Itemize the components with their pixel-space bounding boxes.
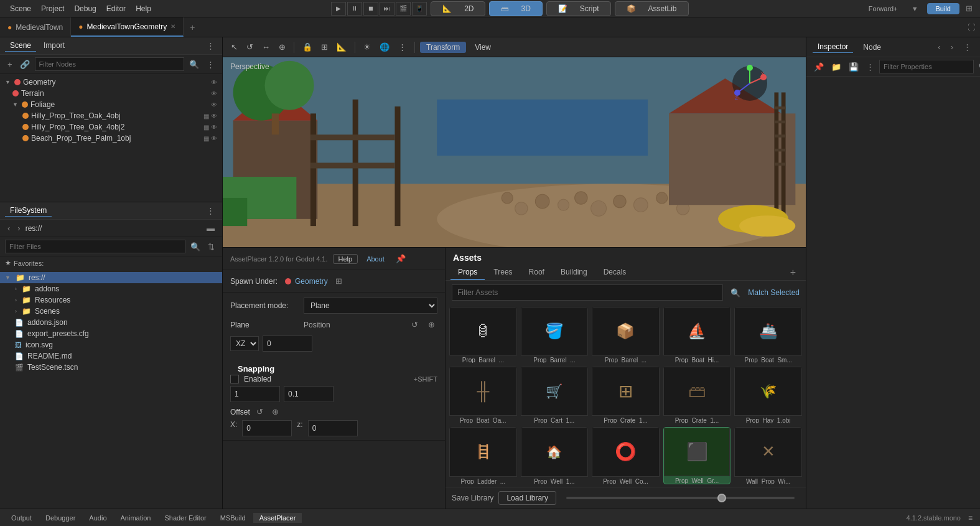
bottom-tab-msbuild[interactable]: MSBuild: [214, 513, 252, 523]
asset-item-boathi[interactable]: ⛵ Prop_Boat_Hi...: [663, 307, 731, 363]
snap-value-2[interactable]: [284, 386, 334, 402]
bottom-tab-audio[interactable]: Audio: [83, 513, 113, 523]
assets-search-icon[interactable]: 🔍: [728, 287, 743, 299]
snap-tool[interactable]: 📐: [334, 40, 350, 54]
bottom-settings-icon[interactable]: ≡: [966, 512, 975, 524]
rotate-tool[interactable]: ↺: [243, 40, 256, 54]
fs-forward-button[interactable]: ›: [15, 222, 22, 234]
scene-panel-menu[interactable]: ⋮: [204, 40, 217, 52]
fs-item-addons[interactable]: › 📁 addons: [0, 283, 222, 294]
lock-tool[interactable]: 🔒: [299, 40, 315, 54]
inspector-pin-icon[interactable]: 📌: [811, 61, 826, 73]
ap-about-button[interactable]: About: [363, 255, 388, 263]
eye-icon[interactable]: 👁: [211, 101, 217, 108]
plane-axis-select[interactable]: XZ: [230, 336, 259, 351]
position-value-input[interactable]: [263, 336, 312, 352]
placement-mode-select[interactable]: Plane: [304, 298, 437, 314]
assets-tab-decals[interactable]: Decals: [596, 265, 634, 280]
fs-search-icon[interactable]: 🔍: [188, 241, 203, 253]
stop-button[interactable]: ⏹: [363, 2, 378, 16]
position-adjust-icon[interactable]: ⊕: [426, 319, 437, 331]
inspector-more-icon[interactable]: ⋮: [864, 61, 877, 73]
menu-help[interactable]: Help: [131, 3, 156, 14]
spawn-options-icon[interactable]: ⊞: [333, 275, 345, 287]
eye-icon[interactable]: 👁: [211, 124, 217, 131]
scene-canvas[interactable]: X Y Z: [223, 57, 806, 247]
remote-button[interactable]: 📱: [412, 2, 427, 16]
assets-tab-building[interactable]: Building: [553, 265, 595, 280]
ap-pin-icon[interactable]: 📌: [393, 253, 408, 265]
layout-icon[interactable]: ⊞: [963, 2, 975, 14]
step-button[interactable]: ⏭: [380, 2, 394, 16]
inspector-search-icon[interactable]: 🔍: [976, 61, 980, 73]
add-tab-button[interactable]: +: [785, 267, 801, 278]
view-button[interactable]: View: [469, 42, 497, 53]
asset-item-well1[interactable]: 🏠 Prop_Well_1...: [521, 427, 589, 484]
env-tool[interactable]: 🌐: [376, 40, 393, 54]
asset-item-boatsm[interactable]: 🚢 Prop_Boat_Sm...: [734, 307, 802, 363]
fs-item-addons-json[interactable]: 📄 addons.json: [0, 317, 222, 328]
snapping-checkbox[interactable]: [230, 375, 239, 383]
assets-tab-trees[interactable]: Trees: [486, 265, 520, 280]
transform-button[interactable]: Transform: [420, 42, 466, 53]
fs-item-export-presets[interactable]: 📄 export_presets.cfg: [0, 328, 222, 339]
search-icon[interactable]: 🔍: [187, 59, 202, 70]
bottom-tab-assetplacer[interactable]: AssetPlacer: [253, 513, 302, 523]
assetlib-button[interactable]: 📦 AssetLib: [615, 1, 689, 16]
menu-debug[interactable]: Debug: [69, 3, 101, 14]
tab-add-button[interactable]: +: [184, 22, 201, 32]
spawn-value[interactable]: Geometry: [285, 277, 328, 286]
asset-item-crate2[interactable]: 🗃 Prop_Crate_1...: [663, 367, 731, 423]
pause-button[interactable]: ⏸: [347, 2, 362, 16]
light-tool[interactable]: ☀: [360, 40, 374, 54]
assets-filter-input[interactable]: [452, 284, 723, 301]
menu-project[interactable]: Project: [36, 3, 69, 14]
tab-medievaltown[interactable]: ● MedievalTown: [0, 17, 71, 37]
bottom-tab-debugger[interactable]: Debugger: [39, 513, 82, 523]
asset-item-barrel2[interactable]: 🪣 Prop_Barrel_...: [521, 307, 589, 363]
add-node-button[interactable]: +: [5, 59, 15, 70]
ap-help-button[interactable]: Help: [333, 254, 358, 264]
fs-item-scenes[interactable]: › 📁 Scenes: [0, 306, 222, 317]
asset-item-well-co[interactable]: ⭕ Prop_Well_Co...: [592, 427, 660, 484]
fs-layout-icon[interactable]: ▬: [204, 222, 217, 234]
menu-editor[interactable]: Editor: [101, 3, 131, 14]
fs-item-icon-svg[interactable]: 🖼 icon.svg: [0, 339, 222, 350]
instance-button[interactable]: 🔗: [17, 59, 32, 70]
reset-position-icon[interactable]: ↺: [409, 319, 421, 331]
size-slider[interactable]: [566, 497, 795, 499]
z-offset-input[interactable]: [308, 420, 358, 436]
fs-filter-input[interactable]: [5, 240, 185, 253]
eye-icon[interactable]: 👁: [211, 113, 217, 120]
asset-item-well-gr[interactable]: ⬛ Prop_Well_Gr...: [663, 427, 731, 484]
grid-tool[interactable]: ⊞: [318, 40, 331, 54]
fs-item-testscene[interactable]: 🎬 TestScene.tscn: [0, 362, 222, 373]
inspector-tab[interactable]: Inspector: [813, 41, 853, 53]
load-library-button[interactable]: Load Library: [498, 491, 556, 505]
history-back-icon[interactable]: ‹: [935, 41, 943, 53]
eye-icon[interactable]: 👁: [211, 79, 217, 86]
asset-item-wall[interactable]: ✕ Wall_Prop_Wi...: [734, 427, 802, 484]
dropdown-icon[interactable]: ▼: [907, 4, 923, 14]
offset-adjust-icon[interactable]: ⊕: [269, 406, 281, 418]
tree-item-terrain[interactable]: Terrain 👁: [0, 88, 222, 99]
fs-item-resources[interactable]: › 📁 Resources: [0, 294, 222, 306]
bottom-tab-animation[interactable]: Animation: [114, 513, 157, 523]
tab-close-button[interactable]: ✕: [170, 23, 175, 30]
bottom-tab-shader[interactable]: Shader Editor: [158, 513, 212, 523]
inspector-folder-icon[interactable]: 📁: [829, 61, 844, 73]
asset-item-cart[interactable]: 🛒 Prop_Cart_1...: [521, 367, 589, 423]
view-2d-button[interactable]: 📐 2D: [431, 1, 485, 16]
inspector-save-icon[interactable]: 💾: [846, 61, 861, 73]
scale-tool[interactable]: ↔: [259, 40, 273, 54]
tab-medievaltowngeometry[interactable]: ● MedievalTownGeometry ✕: [71, 17, 184, 37]
movie-button[interactable]: 🎬: [396, 2, 411, 16]
assets-tab-roof[interactable]: Roof: [521, 265, 552, 280]
tree-item-geometry[interactable]: ▼ Geometry 👁: [0, 77, 222, 88]
match-selected-button[interactable]: Match Selected: [748, 288, 800, 297]
scene-options-icon[interactable]: ⋮: [204, 59, 217, 70]
reset-offset-icon[interactable]: ↺: [254, 406, 266, 418]
fullscreen-button[interactable]: ⛶: [968, 23, 975, 32]
fs-item-res[interactable]: ▼ 📁 res://: [0, 272, 222, 283]
tree-item-foliage[interactable]: ▼ Foliage 👁: [0, 99, 222, 110]
